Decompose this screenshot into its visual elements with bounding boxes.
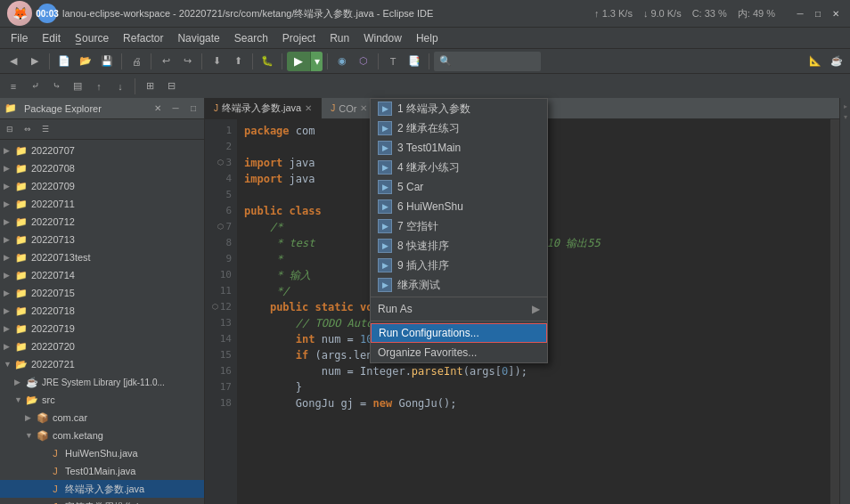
right-panel-btn1[interactable]: ▸ — [841, 102, 850, 110]
pkg-icon-com-car: 📦 — [36, 411, 50, 425]
dropdown-run-configurations[interactable]: Run Configurations... — [371, 323, 547, 343]
menu-file[interactable]: File — [4, 28, 35, 48]
dropdown-item-6[interactable]: ▶ 6 HuiWenShu — [371, 197, 547, 216]
tree-menu-button[interactable]: ☰ — [37, 121, 53, 137]
tree-link-button[interactable]: ⇔ — [20, 121, 36, 137]
open-resource-button[interactable]: 📑 — [405, 52, 424, 71]
right-panel-btn2[interactable]: ▾ — [841, 112, 850, 121]
panel-max-button[interactable]: □ — [186, 102, 200, 116]
toolbar2-btn3[interactable]: ⤷ — [46, 77, 66, 96]
tree-item-zifu[interactable]: ▶ J 字符串常用操作.java — [0, 498, 204, 504]
tree-item-20220715[interactable]: ▶ 📁 20220715 — [0, 284, 204, 302]
tree-item-com-ketang[interactable]: ▼ 📦 com.ketang — [0, 427, 204, 444]
toolbar2-btn1[interactable]: ≡ — [4, 77, 23, 96]
toolbar2-btn2[interactable]: ⤶ — [25, 77, 45, 96]
separator-7 — [327, 53, 328, 69]
panel-min-button[interactable]: ─ — [168, 102, 183, 116]
dropdown-item-8[interactable]: ▶ 8 快速排序 — [371, 236, 547, 256]
dropdown-organize-favorites[interactable]: Organize Favorites... — [371, 343, 547, 362]
tree-item-20220720[interactable]: ▶ 📁 20220720 — [0, 337, 204, 355]
tree-item-20220713[interactable]: ▶ 📁 20220713 — [0, 231, 204, 248]
tree-item-20220714[interactable]: ▶ 📁 20220714 — [0, 266, 204, 284]
editor-scrollbar[interactable] — [830, 119, 839, 504]
dropdown-item-10[interactable]: ▶ 继承测试 — [371, 275, 547, 295]
tree-item-20220708[interactable]: ▶ 📁 20220708 — [0, 159, 204, 177]
run-dropdown-menu: ▶ 1 终端录入参数 ▶ 2 继承在练习 ▶ 3 Test01Main ▶ 4 … — [370, 98, 548, 363]
toolbar2-btn4[interactable]: ▤ — [68, 77, 87, 96]
tree-item-com-car[interactable]: ▶ 📦 com.car — [0, 409, 204, 427]
menu-refactor[interactable]: Refactor — [116, 28, 170, 48]
back-button[interactable]: ◀ — [4, 52, 23, 71]
menu-edit[interactable]: Edit — [35, 28, 68, 48]
redo-button[interactable]: ↪ — [177, 52, 197, 71]
folder-icon-20220707: 📁 — [14, 143, 29, 158]
dropdown-item-5[interactable]: ▶ 5 Car — [371, 177, 547, 197]
tab-close-zhongduan[interactable]: ✕ — [305, 103, 312, 113]
dropdown-item-4[interactable]: ▶ 4 继承小练习 — [371, 158, 547, 177]
run-icon-8: ▶ — [378, 239, 392, 253]
search-input-button[interactable]: 🔍 — [434, 52, 541, 71]
run-dropdown-button[interactable]: ▾ — [310, 52, 323, 71]
toolbar2-btn6[interactable]: ↓ — [110, 77, 130, 96]
tab-zhongduan[interactable]: J 终端录入参数.java ✕ — [205, 98, 322, 119]
dropdown-item-9[interactable]: ▶ 9 插入排序 — [371, 256, 547, 275]
menu-run[interactable]: Run — [323, 28, 356, 48]
tree-item-src[interactable]: ▼ 📂 src — [0, 391, 204, 409]
forward-button[interactable]: ▶ — [25, 52, 45, 71]
toolbar2-btn7[interactable]: ⊞ — [140, 77, 159, 96]
menu-search[interactable]: Search — [227, 28, 275, 48]
menu-navigate[interactable]: Navigate — [170, 28, 226, 48]
maximize-button[interactable]: □ — [811, 6, 825, 20]
new-button[interactable]: 📄 — [54, 52, 74, 71]
java-perspective-button[interactable]: ☕ — [827, 52, 846, 71]
panel-close-button[interactable]: ✕ — [151, 102, 165, 116]
panel-title: Package Explorer — [24, 103, 147, 114]
undo-button[interactable]: ↩ — [156, 52, 176, 71]
run-main-button[interactable]: ▶ — [287, 54, 310, 68]
open-type-button[interactable]: T — [383, 52, 403, 71]
prev-annotation-button[interactable]: ⬆ — [228, 52, 248, 71]
avatar: 🦊 — [7, 1, 32, 26]
menu-project[interactable]: Project — [275, 28, 323, 48]
tree-item-20220721[interactable]: ▼ 📂 20220721 — [0, 355, 204, 373]
minimize-button[interactable]: ─ — [793, 6, 807, 20]
toolbar2-btn8[interactable]: ⊟ — [161, 77, 181, 96]
menu-source[interactable]: S̲ource — [68, 28, 116, 48]
tree-item-20220719[interactable]: ▶ 📁 20220719 — [0, 320, 204, 337]
open-button[interactable]: 📂 — [76, 52, 95, 71]
tree-item-20220713test[interactable]: ▶ 📁 20220713test — [0, 248, 204, 266]
tree-item-20220712[interactable]: ▶ 📁 20220712 — [0, 213, 204, 231]
dropdown-run-as[interactable]: Run As ▶ — [371, 299, 547, 319]
tree-item-test01main[interactable]: ▶ J Test01Main.java — [0, 462, 204, 480]
run-as-label: Run As — [378, 303, 413, 315]
tree-item-20220707[interactable]: ▶ 📁 20220707 — [0, 142, 204, 159]
run-icon-6: ▶ — [378, 199, 392, 214]
save-button[interactable]: 💾 — [97, 52, 117, 71]
tree-item-jre[interactable]: ▶ ☕ JRE System Library [jdk-11.0... — [0, 373, 204, 391]
profile-button[interactable]: ⬡ — [354, 52, 373, 71]
debug-button[interactable]: 🐛 — [257, 52, 277, 71]
tree-item-20220718[interactable]: ▶ 📁 20220718 — [0, 302, 204, 320]
folder-icon-20220711: 📁 — [14, 197, 29, 211]
coverage-button[interactable]: ◉ — [332, 52, 352, 71]
toolbar2-btn5[interactable]: ↑ — [89, 77, 109, 96]
perspective-button[interactable]: 📐 — [805, 52, 825, 71]
dropdown-item-3[interactable]: ▶ 3 Test01Main — [371, 138, 547, 158]
tree-item-zhongduan[interactable]: ▶ J 终端录入参数.java — [0, 480, 204, 498]
separator-3 — [151, 53, 151, 69]
tab-label-cor: COr — [339, 103, 356, 114]
tree-collapse-button[interactable]: ⊟ — [2, 121, 18, 137]
tree-item-20220711[interactable]: ▶ 📁 20220711 — [0, 195, 204, 213]
close-button[interactable]: ✕ — [829, 6, 843, 20]
tab-close-cor[interactable]: ✕ — [360, 103, 367, 113]
dropdown-item-7[interactable]: ▶ 7 空指针 — [371, 216, 547, 236]
dropdown-item-1[interactable]: ▶ 1 终端录入参数 — [371, 99, 547, 118]
tree-item-20220709[interactable]: ▶ 📁 20220709 — [0, 177, 204, 195]
dropdown-item-2[interactable]: ▶ 2 继承在练习 — [371, 118, 547, 138]
menu-help[interactable]: Help — [409, 28, 445, 48]
print-button[interactable]: 🖨 — [127, 52, 146, 71]
tree-item-huiwenshu[interactable]: ▶ J HuiWenShu.java — [0, 444, 204, 462]
next-annotation-button[interactable]: ⬇ — [207, 52, 226, 71]
menu-window[interactable]: Window — [356, 28, 409, 48]
java-icon-zifu: J — [48, 500, 62, 504]
